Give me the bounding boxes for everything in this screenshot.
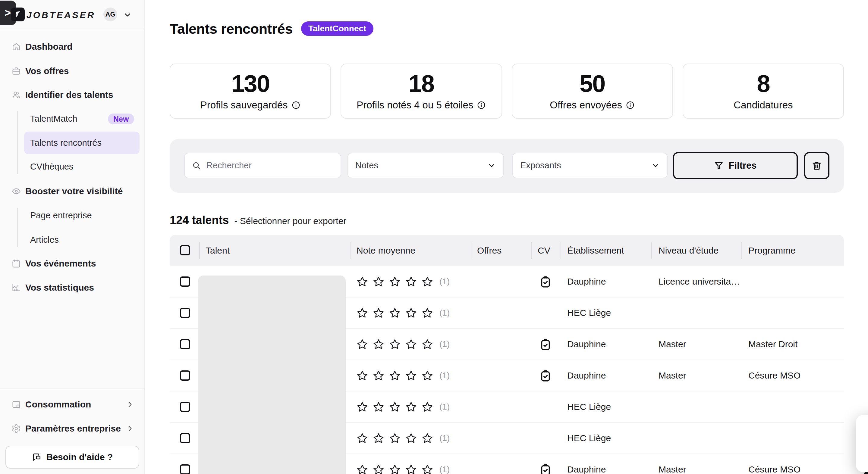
- exposants-select[interactable]: Exposants: [513, 153, 668, 178]
- rating-count: (1): [439, 360, 450, 391]
- select-all-checkbox[interactable]: [180, 245, 190, 256]
- home-icon: [11, 42, 21, 52]
- star-outline-icon: [373, 464, 384, 474]
- sidebar-item-consommation[interactable]: Consommation: [0, 396, 144, 413]
- sidebar-item-label: Vos statistiques: [25, 282, 94, 293]
- sidebar-item-cvtheques[interactable]: CVthèques: [0, 158, 144, 176]
- trash-icon: [811, 160, 822, 171]
- funnel-icon: [714, 161, 724, 170]
- stat-label: Candidatures: [734, 99, 793, 111]
- star-outline-icon: [389, 338, 401, 350]
- clear-filters-button[interactable]: [804, 152, 830, 179]
- row-checkbox[interactable]: [180, 339, 190, 349]
- column-talent: Talent: [206, 235, 230, 266]
- row-checkbox[interactable]: [180, 402, 190, 412]
- exposants-select-label: Exposants: [520, 161, 561, 170]
- star-rating[interactable]: [356, 338, 433, 350]
- stat-label: Offres envoyées: [550, 99, 622, 111]
- row-checkbox[interactable]: [180, 276, 190, 287]
- school-cell: Dauphine: [567, 454, 606, 474]
- degree-cell: Licence universita…: [658, 266, 740, 297]
- star-outline-icon: [373, 276, 384, 288]
- star-rating[interactable]: [356, 464, 433, 474]
- export-hint: - Sélectionner pour exporter: [234, 216, 346, 226]
- chevron-down-icon: [651, 161, 660, 170]
- row-checkbox[interactable]: [180, 464, 190, 474]
- sidebar-item-talents-rencontres-selected[interactable]: Talents rencontrés: [24, 132, 140, 154]
- cv-clipboard-icon[interactable]: [539, 275, 552, 289]
- school-cell: HEC Liège: [567, 298, 611, 328]
- page-title: Talents rencontrés: [170, 21, 293, 37]
- chat-icon: [32, 452, 41, 462]
- stat-label: Profils notés 4 ou 5 étoiles: [356, 99, 473, 111]
- cv-clipboard-icon[interactable]: [539, 463, 552, 474]
- sidebar-header: > JOBTEASER AG: [0, 0, 144, 29]
- help-button[interactable]: Besoin d'aide ?: [5, 446, 139, 469]
- calendar-icon: [11, 259, 21, 268]
- stat-value: 130: [231, 72, 270, 96]
- column-offres: Offres: [477, 235, 501, 266]
- star-outline-icon: [356, 307, 368, 319]
- column-note-moyenne: Note moyenne: [356, 235, 415, 266]
- star-rating[interactable]: [356, 401, 433, 413]
- column-separator: [471, 242, 471, 259]
- notes-select-label: Notes: [355, 161, 378, 170]
- rating-count: (1): [439, 329, 450, 360]
- star-rating[interactable]: [356, 370, 433, 382]
- sidebar-item-label: Page entreprise: [30, 210, 92, 221]
- page-header: Talents rencontrés TalentConnect: [170, 20, 373, 37]
- sidebar-item-booster-visibilite[interactable]: Booster votre visibilité: [0, 182, 144, 200]
- sidebar-item-dashboard[interactable]: Dashboard: [0, 38, 144, 56]
- search-input[interactable]: [206, 160, 333, 171]
- sidebar-item-vos-offres[interactable]: Vos offres: [0, 62, 144, 80]
- jobteaser-logo[interactable]: [11, 7, 25, 22]
- search-icon: [192, 161, 201, 170]
- star-outline-icon: [421, 276, 433, 288]
- stats-cards: 130 Profils sauvegardés 18 Profils notés…: [170, 64, 844, 118]
- sidebar-item-parametres-entreprise[interactable]: Paramètres entreprise: [0, 419, 144, 438]
- column-niveau-etude: Niveau d'étude: [658, 235, 718, 266]
- account-chevron-down-icon[interactable]: [124, 11, 131, 19]
- notes-select[interactable]: Notes: [347, 153, 504, 178]
- rating-count: (1): [439, 454, 450, 474]
- sidebar-item-label: CVthèques: [30, 162, 73, 172]
- jobteaser-logo-icon: [13, 10, 22, 19]
- star-rating[interactable]: [356, 276, 433, 288]
- search-field[interactable]: [184, 153, 341, 178]
- sidebar-item-identifier-talents[interactable]: Identifier des talents: [0, 86, 144, 104]
- star-outline-icon: [421, 401, 433, 413]
- star-outline-icon: [356, 276, 368, 288]
- talent-names-redacted-block: [198, 276, 346, 474]
- filters-button[interactable]: Filtres: [673, 152, 798, 179]
- sidebar-item-vos-evenements[interactable]: Vos événements: [0, 255, 144, 273]
- info-icon[interactable]: [626, 101, 635, 110]
- sidebar-item-articles[interactable]: Articles: [0, 231, 144, 249]
- info-icon[interactable]: [477, 101, 486, 110]
- list-header: 124 talents - Sélectionner pour exporter: [170, 214, 346, 227]
- row-checkbox[interactable]: [180, 308, 190, 318]
- program-cell: Master Droit: [748, 329, 798, 360]
- star-rating[interactable]: [356, 307, 433, 319]
- row-checkbox[interactable]: [180, 370, 190, 381]
- sidebar-item-label: Identifier des talents: [25, 90, 113, 100]
- cv-clipboard-icon[interactable]: [539, 369, 552, 383]
- school-cell: Dauphine: [567, 329, 606, 360]
- sidebar-divider: [0, 388, 144, 388]
- info-icon[interactable]: [291, 101, 301, 110]
- star-outline-icon: [373, 433, 384, 444]
- school-cell: Dauphine: [567, 360, 606, 391]
- floating-widget-card[interactable]: [856, 415, 868, 472]
- users-icon: [11, 90, 21, 100]
- rating-count: (1): [439, 392, 450, 422]
- sidebar-item-page-entreprise[interactable]: Page entreprise: [0, 206, 144, 224]
- stat-label: Profils sauvegardés: [200, 99, 288, 111]
- cv-clipboard-icon[interactable]: [539, 338, 552, 351]
- sidebar-item-vos-statistiques[interactable]: Vos statistiques: [0, 278, 144, 297]
- star-rating[interactable]: [356, 433, 433, 444]
- sidebar-item-label: TalentMatch: [30, 114, 77, 124]
- row-checkbox[interactable]: [180, 433, 190, 443]
- avatar[interactable]: AG: [103, 7, 117, 22]
- sidebar-item-label: Articles: [30, 235, 59, 245]
- star-outline-icon: [405, 338, 417, 350]
- column-separator: [741, 242, 742, 259]
